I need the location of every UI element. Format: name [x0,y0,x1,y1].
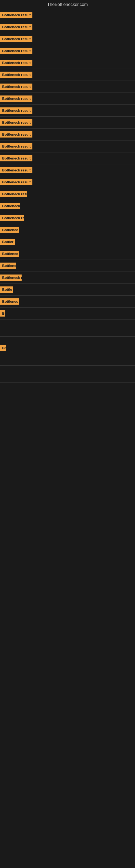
bottleneck-label: B [0,310,5,316]
bottleneck-item[interactable] [0,331,135,337]
bottleneck-item[interactable]: Bottleneck result [0,57,135,69]
bottleneck-item[interactable]: Bottleneck result [0,69,135,81]
bottleneck-item[interactable] [0,360,135,366]
bottleneck-item[interactable]: Bottleneck result [0,164,135,176]
bottleneck-label: Bo [0,345,6,351]
bottleneck-item[interactable]: Bottleneck result [0,152,135,164]
bottleneck-label: Bottleneck r [0,275,21,281]
bottleneck-item[interactable]: Bottler [0,236,135,248]
bottleneck-label: Bottleneck result [0,167,32,173]
bottleneck-label: Bottleneck result [0,155,32,161]
bottleneck-label: Bottler [0,239,15,245]
bottleneck-label: Bottleneck [0,203,20,209]
bottleneck-item[interactable]: Bottleneck result [0,81,135,93]
bottleneck-item[interactable]: Bottlenec [0,248,135,260]
bottleneck-label: Bottlenec [0,251,19,257]
bottleneck-item[interactable]: Bottlenec [0,296,135,308]
bottleneck-label: Bottlene [0,262,16,269]
bottleneck-label: Bottleneck result [0,36,32,42]
bottleneck-label: Bottleneck result [0,179,32,185]
bottleneck-item[interactable]: Bo [0,342,135,354]
bottleneck-item[interactable]: Bottleneck result [0,141,135,152]
bottleneck-item[interactable]: Bottle [0,284,135,296]
bottleneck-item[interactable]: B [0,308,135,319]
bottleneck-item[interactable]: Bottleneck result [0,176,135,188]
bottleneck-label: Bottleneck resu [0,191,27,197]
bottleneck-item[interactable] [0,319,135,325]
bottleneck-label: Bottleneck result [0,12,32,18]
bottleneck-label: Bottleneck result [0,143,32,150]
bottleneck-item[interactable]: Bottlenec [0,224,135,236]
bottleneck-item[interactable]: Bottleneck result [0,93,135,105]
bottleneck-label: Bottle [0,286,13,293]
items-container: Bottleneck resultBottleneck resultBottle… [0,9,135,383]
bottleneck-item[interactable]: Bottleneck result [0,129,135,141]
bottleneck-item[interactable]: Bottleneck result [0,33,135,45]
bottleneck-label: Bottlenec [0,299,19,305]
bottleneck-label: Bottleneck result [0,24,32,30]
bottleneck-label: Bottleneck result [0,107,32,114]
bottleneck-item[interactable]: Bottleneck [0,200,135,212]
bottleneck-item[interactable]: Bottleneck result [0,117,135,129]
bottleneck-item[interactable]: Bottleneck result [0,9,135,21]
bottleneck-item[interactable]: Bottleneck r [0,272,135,284]
bottleneck-label: Bottleneck result [0,84,32,90]
bottleneck-label: Bottleneck result [0,60,32,66]
bottleneck-item[interactable] [0,371,135,377]
site-title: TheBottlenecker.com [0,0,135,9]
bottleneck-item[interactable]: Bottleneck resu [0,188,135,200]
bottleneck-label: Bottleneck result [0,95,32,102]
bottleneck-item[interactable]: Bottleneck result [0,21,135,33]
bottleneck-item[interactable] [0,325,135,331]
bottleneck-label: Bottleneck result [0,131,32,137]
bottleneck-item[interactable] [0,366,135,371]
bottleneck-item[interactable]: Bottlene [0,260,135,272]
bottleneck-label: Bottleneck result [0,72,32,78]
bottleneck-label: Bottlenec [0,227,19,233]
bottleneck-item[interactable]: Bottleneck result [0,45,135,57]
bottleneck-item[interactable]: Bottleneck res [0,212,135,224]
bottleneck-label: Bottleneck res [0,215,24,221]
bottleneck-item[interactable] [0,354,135,360]
bottleneck-label: Bottleneck result [0,48,32,54]
bottleneck-item[interactable] [0,337,135,342]
bottleneck-label: Bottleneck result [0,119,32,126]
bottleneck-item[interactable] [0,377,135,383]
bottleneck-item[interactable]: Bottleneck result [0,105,135,117]
